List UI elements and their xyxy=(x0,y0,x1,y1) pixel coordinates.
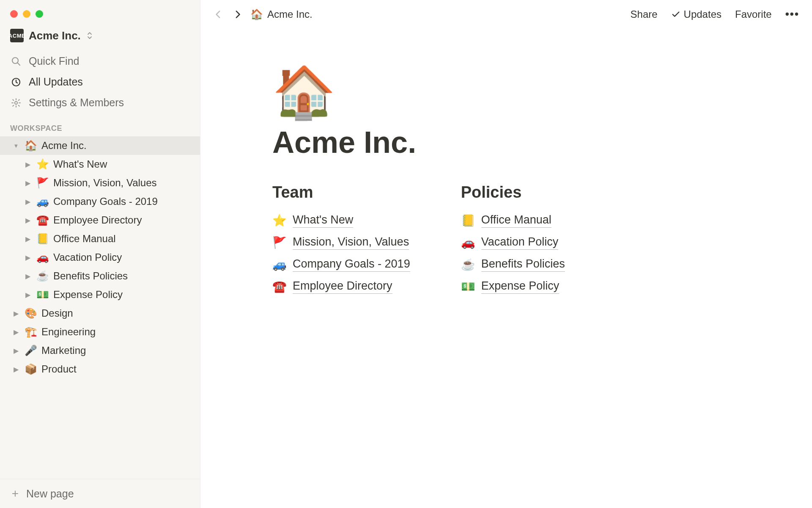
page-item-label: Product xyxy=(41,363,192,375)
page-link-emoji-icon: 🚩 xyxy=(272,236,287,249)
sidebar-section-label: WORKSPACE xyxy=(0,113,200,136)
page-link[interactable]: ☎️Employee Directory xyxy=(272,279,410,294)
nav-back-button[interactable] xyxy=(213,9,224,20)
sidebar-page-item[interactable]: ▶💵Expense Policy xyxy=(0,285,200,304)
column-heading[interactable]: Team xyxy=(272,183,410,202)
all-updates-label: All Updates xyxy=(29,76,83,88)
page-link-emoji-icon: ☎️ xyxy=(272,280,287,293)
page-item-label: Acme Inc. xyxy=(41,140,192,152)
favorite-label: Favorite xyxy=(735,8,772,20)
page-link-text: What's New xyxy=(293,213,353,228)
page-link[interactable]: 📒Office Manual xyxy=(461,213,565,228)
topbar: 🏠 Acme Inc. Share Updates Favorite ••• xyxy=(200,0,812,28)
page-link-text: Vacation Policy xyxy=(481,235,559,250)
disclosure-triangle-icon[interactable]: ▶ xyxy=(12,328,20,336)
page-emoji-icon: 🚗 xyxy=(36,251,49,263)
sidebar-page-item[interactable]: ▶🚗Vacation Policy xyxy=(0,248,200,267)
sidebar-tree: ▼🏠Acme Inc.▶⭐What's New▶🚩Mission, Vision… xyxy=(0,136,200,378)
page-icon[interactable]: 🏠 xyxy=(272,66,780,117)
sidebar-page-item[interactable]: ▶🚙Company Goals - 2019 xyxy=(0,192,200,211)
window-minimize-button[interactable] xyxy=(23,10,30,18)
page-link-emoji-icon: 📒 xyxy=(461,214,475,227)
page-item-label: Expense Policy xyxy=(53,289,192,301)
new-page-button[interactable]: + New page xyxy=(0,479,200,508)
page-link-text: Employee Directory xyxy=(293,279,392,294)
check-icon xyxy=(671,10,680,19)
sidebar-quick-find[interactable]: Quick Find xyxy=(0,51,200,72)
page-link[interactable]: 🚙Company Goals - 2019 xyxy=(272,257,410,272)
page-title[interactable]: Acme Inc. xyxy=(272,125,780,160)
disclosure-triangle-icon[interactable]: ▶ xyxy=(24,179,32,187)
page-link-emoji-icon: 🚙 xyxy=(272,258,287,271)
sidebar-page-item[interactable]: ▶⭐What's New xyxy=(0,155,200,174)
page-item-label: Vacation Policy xyxy=(53,251,192,263)
sidebar-page-item[interactable]: ▶☎️Employee Directory xyxy=(0,211,200,229)
sidebar: ACME Acme Inc. Quick Find All Updates Se… xyxy=(0,0,200,508)
page-emoji-icon: 🎤 xyxy=(25,345,37,356)
page-link[interactable]: 💵Expense Policy xyxy=(461,279,565,294)
sidebar-all-updates[interactable]: All Updates xyxy=(0,72,200,92)
svg-point-3 xyxy=(15,101,17,104)
page-column: Team⭐What's New🚩Mission, Vision, Values🚙… xyxy=(272,183,410,294)
window-zoom-button[interactable] xyxy=(36,10,43,18)
disclosure-triangle-icon[interactable]: ▶ xyxy=(12,347,20,355)
window-controls xyxy=(0,0,200,23)
page-emoji-icon: ☎️ xyxy=(36,214,49,226)
page-link[interactable]: 🚗Vacation Policy xyxy=(461,235,565,250)
disclosure-triangle-icon[interactable]: ▶ xyxy=(12,365,20,373)
page-emoji-icon: 📦 xyxy=(25,363,37,375)
page-item-label: Engineering xyxy=(41,326,192,338)
nav-forward-button[interactable] xyxy=(232,9,243,20)
window-close-button[interactable] xyxy=(10,10,18,18)
sidebar-page-item[interactable]: ▶📦Product xyxy=(0,360,200,378)
page-emoji-icon: 📒 xyxy=(36,233,49,245)
column-heading[interactable]: Policies xyxy=(461,183,565,202)
disclosure-triangle-icon[interactable]: ▶ xyxy=(24,216,32,224)
updates-button[interactable]: Updates xyxy=(671,8,721,20)
plus-icon: + xyxy=(10,487,20,500)
page-columns: Team⭐What's New🚩Mission, Vision, Values🚙… xyxy=(272,183,780,294)
page-item-label: Design xyxy=(41,307,192,319)
disclosure-triangle-icon[interactable]: ▶ xyxy=(24,291,32,299)
more-menu-button[interactable]: ••• xyxy=(785,8,799,21)
page-item-label: Office Manual xyxy=(53,233,192,245)
sidebar-page-item[interactable]: ▶🎨Design xyxy=(0,304,200,323)
breadcrumb[interactable]: 🏠 Acme Inc. xyxy=(250,8,313,20)
page-emoji-icon: 🚙 xyxy=(36,196,49,207)
page-link-emoji-icon: 🚗 xyxy=(461,236,475,249)
page-emoji-icon: ☕ xyxy=(36,270,49,282)
quick-find-label: Quick Find xyxy=(29,55,79,67)
breadcrumb-label: Acme Inc. xyxy=(267,8,313,20)
page-body: 🏠 Acme Inc. Team⭐What's New🚩Mission, Vis… xyxy=(200,28,812,294)
workspace-switcher[interactable]: ACME Acme Inc. xyxy=(0,23,200,51)
favorite-button[interactable]: Favorite xyxy=(735,8,772,20)
share-button[interactable]: Share xyxy=(631,8,658,20)
page-emoji-icon: 🚩 xyxy=(36,177,49,189)
page-link-text: Expense Policy xyxy=(481,279,560,294)
sidebar-page-item[interactable]: ▶🎤Marketing xyxy=(0,341,200,360)
sidebar-page-item[interactable]: ▶☕Benefits Policies xyxy=(0,267,200,285)
disclosure-triangle-icon[interactable]: ▶ xyxy=(24,235,32,243)
sidebar-settings-members[interactable]: Settings & Members xyxy=(0,92,200,113)
sidebar-page-item[interactable]: ▶📒Office Manual xyxy=(0,229,200,248)
breadcrumb-icon: 🏠 xyxy=(250,8,263,20)
disclosure-triangle-icon[interactable]: ▶ xyxy=(24,198,32,206)
disclosure-triangle-icon[interactable]: ▼ xyxy=(12,143,20,149)
page-emoji-icon: 💵 xyxy=(36,289,49,301)
page-link[interactable]: ⭐What's New xyxy=(272,213,410,228)
page-link[interactable]: ☕Benefits Policies xyxy=(461,257,565,272)
sidebar-page-item[interactable]: ▶🏗️Engineering xyxy=(0,323,200,341)
page-item-label: Benefits Policies xyxy=(53,270,192,282)
page-column: Policies📒Office Manual🚗Vacation Policy☕B… xyxy=(461,183,565,294)
page-link[interactable]: 🚩Mission, Vision, Values xyxy=(272,235,410,250)
clock-icon xyxy=(10,76,22,88)
sidebar-page-item[interactable]: ▼🏠Acme Inc. xyxy=(0,136,200,155)
disclosure-triangle-icon[interactable]: ▶ xyxy=(12,309,20,318)
disclosure-triangle-icon[interactable]: ▶ xyxy=(24,160,32,168)
workspace-name: Acme Inc. xyxy=(29,29,81,42)
disclosure-triangle-icon[interactable]: ▶ xyxy=(24,254,32,262)
sidebar-page-item[interactable]: ▶🚩Mission, Vision, Values xyxy=(0,174,200,192)
disclosure-triangle-icon[interactable]: ▶ xyxy=(24,272,32,280)
new-page-label: New page xyxy=(26,488,74,500)
page-link-text: Office Manual xyxy=(481,213,551,228)
